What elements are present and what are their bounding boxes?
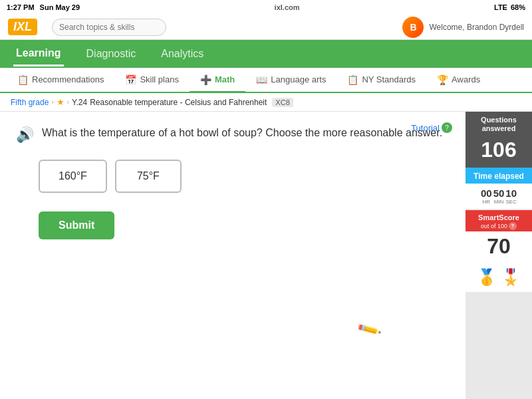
breadcrumb-grade[interactable]: Fifth grade	[11, 98, 49, 107]
hours-unit: 00 HR	[481, 188, 492, 205]
question-row: 🔊 What is the temperature of a hot bowl …	[16, 125, 450, 144]
math-icon: ➕	[200, 74, 211, 85]
avatar: B	[402, 17, 424, 38]
skill-plans-icon: 📅	[125, 74, 136, 85]
breadcrumb-skill-code: Y.24	[72, 98, 87, 107]
minutes-label: MIN	[493, 199, 505, 205]
speaker-icon[interactable]: 🔊	[16, 126, 34, 144]
hours-label: HR	[481, 199, 492, 205]
ny-standards-icon: 📋	[347, 74, 358, 85]
domain: ixl.com	[275, 3, 300, 11]
recommendations-icon: 📋	[17, 74, 29, 85]
top-header: IXL B Welcome, Brandon Dyrdell	[0, 15, 532, 40]
hours-value: 00	[481, 188, 492, 199]
time-elapsed-label: Time elapsed	[468, 172, 529, 181]
pencil-icon: ✏️	[356, 317, 382, 342]
language-arts-icon: 📖	[256, 74, 267, 85]
time-display: 00 HR 50 MIN 10 SEC	[466, 184, 532, 209]
blue-badge: 🎖️	[501, 268, 521, 287]
time-elapsed-box: Time elapsed	[466, 168, 532, 183]
tutorial-circle: ?	[442, 122, 452, 133]
badges-area: 🥇 🎖️	[466, 263, 532, 292]
status-bar: 1:27 PM Sun May 29 ixl.com LTE 68%	[0, 0, 532, 15]
smart-score-sublabel: out of 100 ?	[468, 222, 529, 230]
question-panel: Tutorial ? 🔊 What is the temperature of …	[0, 112, 466, 399]
content-area: Tutorial ? 🔊 What is the temperature of …	[0, 112, 532, 399]
signal: LTE	[494, 3, 507, 11]
smart-score-label: SmartScore	[468, 213, 529, 222]
questions-answered-label: Questions answered	[468, 116, 529, 133]
time: 1:27 PM	[7, 3, 35, 11]
main-nav: Learning Diagnostic Analytics	[0, 40, 532, 68]
choices: 160°F 75°F	[39, 160, 450, 193]
breadcrumb-skill-name: Reasonable temperature - Celsius and Fah…	[90, 98, 267, 107]
questions-answered-box: Questions answered	[466, 112, 532, 135]
tab-awards[interactable]: 🏆 Awards	[426, 68, 491, 93]
right-panel: Questions answered 106 Time elapsed 00 H…	[466, 112, 532, 399]
questions-answered-number: 106	[466, 135, 532, 168]
nav-analytics[interactable]: Analytics	[158, 43, 206, 65]
seconds-label: SEC	[505, 199, 517, 205]
choice-160f[interactable]: 160°F	[39, 160, 107, 193]
sub-nav: 📋 Recommendations 📅 Skill plans ➕ Math 📖…	[0, 68, 532, 93]
tab-math[interactable]: ➕ Math	[190, 68, 245, 93]
star-icon: ★	[57, 97, 65, 107]
tab-ny-standards-label: NY Standards	[362, 74, 416, 84]
nav-diagnostic[interactable]: Diagnostic	[84, 43, 139, 65]
tab-language-arts-label: Language arts	[271, 74, 326, 84]
breadcrumb: Fifth grade › ★ › Y.24 Reasonable temper…	[0, 93, 532, 112]
smart-info-icon[interactable]: ?	[509, 222, 517, 230]
nav-learning[interactable]: Learning	[13, 42, 64, 66]
tab-recommendations[interactable]: 📋 Recommendations	[7, 68, 114, 93]
breadcrumb-code: XC8	[272, 98, 293, 107]
submit-button[interactable]: Submit	[39, 211, 114, 239]
tab-awards-label: Awards	[452, 74, 480, 84]
smart-score-number: 70	[466, 231, 532, 263]
breadcrumb-sep1: ›	[51, 98, 53, 106]
tab-language-arts[interactable]: 📖 Language arts	[245, 68, 336, 93]
battery: 68%	[511, 3, 525, 11]
tab-math-label: Math	[215, 74, 235, 84]
day: Sun May 29	[40, 3, 80, 11]
tutorial-label: Tutorial	[411, 123, 440, 133]
search-input[interactable]	[52, 19, 166, 36]
minutes-value: 50	[493, 188, 505, 199]
tab-recommendations-label: Recommendations	[32, 74, 104, 84]
choice-75f[interactable]: 75°F	[115, 160, 182, 193]
tab-skill-plans-label: Skill plans	[140, 74, 179, 84]
breadcrumb-sep2: ›	[67, 98, 69, 106]
logo[interactable]: IXL	[8, 19, 37, 35]
awards-icon: 🏆	[437, 74, 448, 85]
tutorial-link[interactable]: Tutorial ?	[411, 122, 452, 133]
seconds-unit: 10 SEC	[505, 188, 517, 205]
gold-badge: 🥇	[477, 268, 497, 287]
minutes-unit: 50 MIN	[493, 188, 505, 205]
smart-score-box: SmartScore out of 100 ?	[466, 210, 532, 231]
question-text: What is the temperature of a hot bowl of…	[42, 125, 442, 141]
tab-skill-plans[interactable]: 📅 Skill plans	[114, 68, 190, 93]
tab-ny-standards[interactable]: 📋 NY Standards	[336, 68, 426, 93]
seconds-value: 10	[505, 188, 517, 199]
welcome-text: Welcome, Brandon Dyrdell	[429, 23, 524, 32]
